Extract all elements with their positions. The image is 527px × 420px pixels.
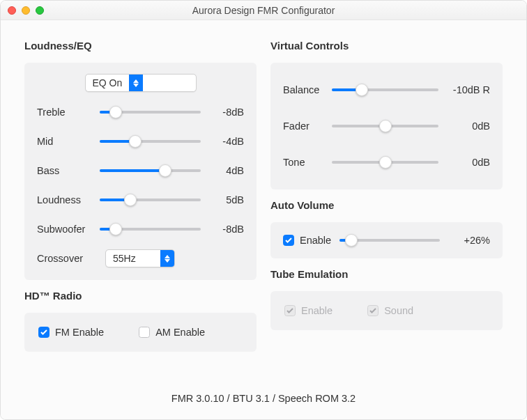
crossover-label: Crossover xyxy=(37,253,100,264)
tube-sound-checkbox: Sound xyxy=(367,305,413,316)
auto-volume-enable-label: Enable xyxy=(300,235,331,246)
footer-version: FMR 3.0.10 / BTU 3.1 / Speech ROM 3.2 xyxy=(24,380,503,408)
checkbox-disabled-checked-icon xyxy=(284,305,296,316)
zoom-icon[interactable] xyxy=(36,6,44,15)
balance-label: Balance xyxy=(283,84,332,95)
loudness-label: Loudness xyxy=(37,194,100,205)
chevron-up-down-icon xyxy=(160,250,174,267)
titlebar: Aurora Design FMR Configurator xyxy=(1,1,526,20)
virtual-controls-title: Virtual Controls xyxy=(270,40,503,52)
auto-volume-value: +26% xyxy=(448,235,490,246)
am-enable-label: AM Enable xyxy=(155,327,205,338)
fader-slider[interactable] xyxy=(332,119,438,133)
minimize-icon[interactable] xyxy=(22,6,30,15)
fm-enable-checkbox[interactable]: FM Enable xyxy=(38,327,104,338)
tone-slider[interactable] xyxy=(332,155,438,169)
bass-slider[interactable] xyxy=(100,164,201,178)
eq-mode-value: EQ On xyxy=(86,77,130,88)
treble-slider[interactable] xyxy=(100,105,201,119)
mid-value: -4dB xyxy=(201,136,244,147)
bass-value: 4dB xyxy=(201,165,244,176)
crossover-value: 55Hz xyxy=(106,253,143,264)
tube-sound-label: Sound xyxy=(384,305,413,316)
tube-emulation-panel: Enable Sound xyxy=(270,291,503,330)
loudness-value: 5dB xyxy=(201,194,244,205)
fm-enable-label: FM Enable xyxy=(55,327,104,338)
loudness-slider[interactable] xyxy=(100,193,201,207)
subwoofer-slider[interactable] xyxy=(100,222,201,236)
mid-label: Mid xyxy=(37,136,100,147)
window-controls xyxy=(8,6,44,15)
hd-radio-panel: FM Enable AM Enable xyxy=(24,313,257,352)
loudness-eq-title: Loudness/EQ xyxy=(24,40,257,52)
window-title: Aurora Design FMR Configurator xyxy=(1,5,526,16)
bass-label: Bass xyxy=(37,165,100,176)
checkbox-unchecked-icon xyxy=(139,327,150,338)
chevron-up-down-icon xyxy=(129,75,143,91)
subwoofer-label: Subwoofer xyxy=(37,224,100,235)
crossover-select[interactable]: 55Hz xyxy=(105,249,175,267)
subwoofer-value: -8dB xyxy=(201,224,244,235)
checkbox-checked-icon xyxy=(38,327,49,338)
treble-value: -8dB xyxy=(201,107,244,118)
eq-mode-select[interactable]: EQ On xyxy=(85,74,197,92)
mid-slider[interactable] xyxy=(100,134,201,148)
tube-enable-checkbox: Enable xyxy=(284,305,333,316)
auto-volume-panel: Enable +26% xyxy=(270,222,503,258)
tube-enable-label: Enable xyxy=(301,305,333,316)
balance-value: -10dB R xyxy=(438,84,490,95)
auto-volume-slider[interactable] xyxy=(339,233,440,247)
auto-volume-title: Auto Volume xyxy=(270,199,503,211)
am-enable-checkbox[interactable]: AM Enable xyxy=(139,327,205,338)
fader-value: 0dB xyxy=(438,120,490,132)
hd-radio-title: HD™ Radio xyxy=(24,290,257,302)
tone-value: 0dB xyxy=(438,157,490,168)
tone-label: Tone xyxy=(283,157,332,168)
tube-emulation-title: Tube Emulation xyxy=(270,268,503,280)
auto-volume-enable-checkbox[interactable]: Enable xyxy=(283,235,331,246)
app-window: Aurora Design FMR Configurator Loudness/… xyxy=(0,0,527,420)
loudness-eq-panel: EQ On Treble -8dB xyxy=(24,63,257,280)
checkbox-disabled-checked-icon xyxy=(367,305,379,316)
treble-label: Treble xyxy=(37,107,100,118)
checkbox-checked-icon xyxy=(283,235,294,246)
fader-label: Fader xyxy=(283,120,332,132)
balance-slider[interactable] xyxy=(332,83,438,97)
virtual-controls-panel: Balance -10dB R Fader 0dB xyxy=(270,63,503,189)
close-icon[interactable] xyxy=(8,6,16,15)
